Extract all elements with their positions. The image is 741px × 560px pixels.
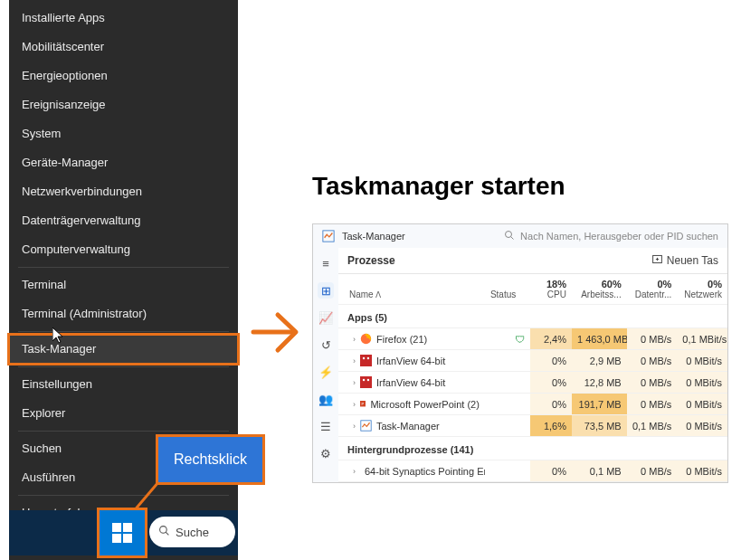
ctx-separator [18, 366, 229, 367]
svg-point-16 [367, 379, 369, 381]
chevron-right-icon: › [353, 422, 356, 431]
taskbar-search-label: Suche [176, 526, 209, 539]
group-background[interactable]: Hintergrundprozesse (141) [338, 437, 727, 460]
table-row[interactable]: ›Firefox (21) 🛡 2,4% 1 463,0 MB 0 MB/s 0… [338, 328, 727, 350]
col-disk[interactable]: 0%Datentr... [627, 274, 678, 305]
ctx-item-system[interactable]: System [9, 119, 238, 148]
table-row[interactable]: ›IrfanView 64-bit 0% 2,9 MB 0 MB/s 0 MBi… [338, 350, 727, 372]
search-icon [158, 525, 170, 539]
hamburger-icon[interactable]: ≡ [318, 255, 334, 271]
services-tab-icon[interactable]: ⚙ [318, 445, 334, 461]
new-task-label: Neuen Tas [667, 254, 718, 267]
new-task-button[interactable]: Neuen Tas [651, 253, 718, 268]
history-tab-icon[interactable]: ↺ [318, 337, 334, 353]
chevron-right-icon: › [353, 356, 356, 365]
svg-line-2 [166, 532, 168, 535]
irfanview-icon [360, 376, 372, 388]
col-cpu[interactable]: 18%CPU [530, 274, 572, 305]
svg-point-13 [367, 357, 369, 359]
windows-logo-icon [112, 523, 132, 543]
table-row[interactable]: ›PMicrosoft PowerPoint (2) 0% 191,7 MB 0… [338, 394, 727, 415]
details-tab-icon[interactable]: ☰ [318, 418, 334, 434]
svg-rect-11 [360, 355, 372, 366]
ctx-item-task-manager[interactable]: Task-Manager [9, 335, 238, 364]
ctx-item-terminal[interactable]: Terminal [9, 271, 238, 299]
ctx-item-mobilitaetscenter[interactable]: Mobilitätscenter [9, 33, 238, 62]
performance-tab-icon[interactable]: 📈 [318, 309, 334, 326]
col-net[interactable]: 0%Netzwerk [677, 274, 727, 305]
group-apps[interactable]: Apps (5) [338, 305, 727, 328]
ctx-item-datentraegerverwaltung[interactable]: Datenträgerverwaltung [9, 206, 238, 235]
process-table: Name ᐱ Status 18%CPU 60%Arbeitss... 0%Da… [338, 274, 727, 482]
tm-search[interactable]: Nach Namen, Herausgeber oder PID suchen [504, 230, 718, 242]
col-mem[interactable]: 60%Arbeitss... [572, 274, 627, 305]
ctx-item-einstellungen[interactable]: Einstellungen [9, 370, 238, 399]
svg-text:P: P [362, 402, 365, 406]
ctx-item-installierte-apps[interactable]: Installierte Apps [9, 4, 238, 33]
firefox-icon [360, 333, 372, 345]
arrow-right-icon [249, 308, 303, 361]
users-tab-icon[interactable]: 👥 [318, 391, 334, 407]
svg-line-6 [511, 237, 514, 240]
chevron-right-icon: › [353, 400, 356, 409]
page-title: Taskmanager starten [312, 172, 565, 201]
task-manager-icon [322, 230, 335, 242]
svg-point-12 [363, 357, 365, 359]
ctx-separator [18, 431, 229, 432]
ctx-item-geraete-manager[interactable]: Geräte-Manager [9, 148, 238, 177]
chevron-right-icon: › [353, 335, 356, 344]
ctx-separator [18, 331, 229, 332]
start-button[interactable] [100, 510, 145, 555]
col-name-label[interactable]: Name [349, 289, 374, 299]
col-status-label[interactable]: Status [485, 274, 531, 305]
table-row[interactable]: ›IrfanView 64-bit 0% 12,8 MB 0 MB/s 0 MB… [338, 372, 727, 394]
ctx-item-computerverwaltung[interactable]: Computerverwaltung [9, 235, 238, 264]
taskbar-search[interactable]: Suche [149, 517, 235, 547]
table-row[interactable]: ›Task-Manager 1,6% 73,5 MB 0,1 MB/s 0 MB… [338, 415, 727, 437]
tm-titlebar: Task-Manager Nach Namen, Herausgeber ode… [313, 224, 727, 248]
task-manager-window: Task-Manager Nach Namen, Herausgeber ode… [312, 223, 728, 483]
powerpoint-icon: P [360, 398, 366, 410]
tm-search-placeholder: Nach Namen, Herausgeber oder PID suchen [520, 231, 718, 242]
ctx-separator [18, 267, 229, 268]
ctx-item-netzwerkverbindungen[interactable]: Netzwerkverbindungen [9, 177, 238, 206]
rightclick-label: Rechtsklick [158, 437, 262, 482]
startup-tab-icon[interactable]: ⚡ [318, 364, 334, 380]
svg-point-5 [506, 232, 512, 238]
chevron-right-icon: › [353, 378, 356, 387]
shield-icon: 🛡 [515, 334, 525, 345]
processes-tab-icon[interactable]: ⊞ [318, 282, 334, 299]
ctx-item-terminal-admin[interactable]: Terminal (Administrator) [9, 299, 238, 328]
task-manager-icon [360, 420, 372, 432]
tm-sidebar: ≡ ⊞ 📈 ↺ ⚡ 👥 ☰ ⚙ [313, 248, 338, 482]
tm-section-title: Prozesse [347, 254, 395, 267]
new-task-icon [651, 253, 663, 268]
irfanview-icon [360, 355, 372, 366]
chevron-right-icon: › [353, 467, 356, 476]
search-icon [504, 230, 515, 242]
sort-caret-icon: ᐱ [375, 290, 381, 299]
table-row[interactable]: ›64-bit Synaptics Pointing Enh... 0% 0,1… [338, 460, 727, 482]
svg-point-1 [160, 527, 167, 534]
tm-window-title: Task-Manager [342, 231, 405, 242]
svg-point-15 [363, 379, 365, 381]
ctx-separator [18, 495, 229, 496]
ctx-item-explorer[interactable]: Explorer [9, 399, 238, 428]
ctx-item-energieoptionen[interactable]: Energieoptionen [9, 62, 238, 90]
ctx-item-ereignisanzeige[interactable]: Ereignisanzeige [9, 90, 238, 119]
svg-rect-14 [360, 376, 372, 388]
